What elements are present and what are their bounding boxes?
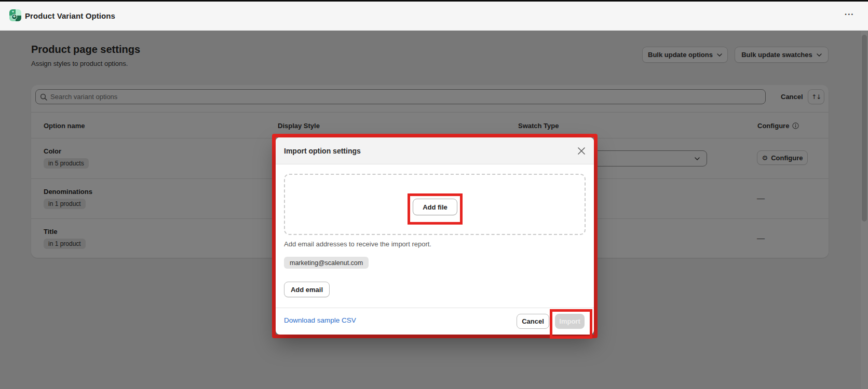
modal-title: Import option settings xyxy=(284,147,361,155)
app-title: Product Variant Options xyxy=(25,2,115,30)
annotation-box-modal: Import option settings Add file Add emai… xyxy=(272,134,598,338)
app-logo-icon: ✦ + xyxy=(9,9,21,21)
modal-footer: Download sample CSV Cancel Import xyxy=(276,308,594,335)
modal-cancel-button[interactable]: Cancel xyxy=(517,314,549,329)
more-options-button[interactable]: ••• xyxy=(845,12,855,17)
add-email-button[interactable]: Add email xyxy=(284,282,330,297)
close-icon[interactable] xyxy=(576,146,587,156)
top-bar: ✦ + Product Variant Options ••• xyxy=(0,0,868,31)
annotation-box-add-file: Add file xyxy=(408,193,463,225)
annotation-box-import xyxy=(550,309,592,339)
download-sample-csv-link[interactable]: Download sample CSV xyxy=(284,316,356,324)
email-caption: Add email addresses to receive the impor… xyxy=(284,240,431,248)
modal-header: Import option settings xyxy=(276,137,594,164)
import-modal: Import option settings Add file Add emai… xyxy=(276,137,594,335)
add-file-button[interactable]: Add file xyxy=(413,199,457,215)
email-tag: marketing@scalenut.com xyxy=(284,257,369,269)
app-window: Product page settings Assign styles to p… xyxy=(0,0,868,389)
